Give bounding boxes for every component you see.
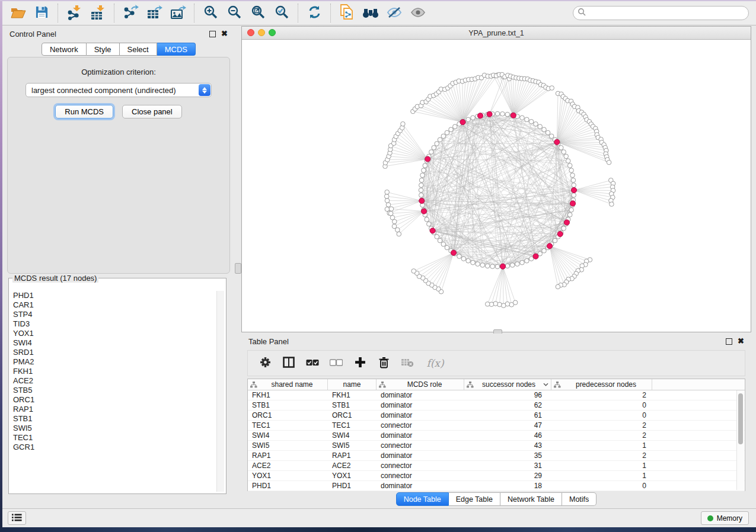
create-column-button[interactable]: [351, 354, 369, 372]
tab-node-table[interactable]: Node Table: [396, 492, 449, 506]
column-header-MCDS-role[interactable]: MCDS role: [377, 379, 464, 390]
close-panel-button[interactable]: Close panel: [122, 105, 182, 118]
cell-name: ORC1: [328, 411, 377, 419]
tab-motifs[interactable]: Motifs: [562, 492, 596, 506]
task-history-button[interactable]: [8, 511, 26, 525]
export-table-icon: [146, 5, 162, 22]
mcds-tab-content: Optimization criterion: largest connecte…: [7, 57, 230, 274]
mcds-result-item[interactable]: ORC1: [13, 395, 216, 405]
column-header-shared-name[interactable]: shared name: [248, 379, 328, 390]
table-scrollbar-thumb[interactable]: [738, 393, 743, 444]
hide-selected-button[interactable]: [382, 2, 406, 24]
export-image-button[interactable]: [166, 2, 190, 24]
checked-boxes-icon: [306, 359, 319, 368]
table-row[interactable]: YOX1YOX1connector291: [248, 471, 745, 481]
zoom-out-button[interactable]: [222, 2, 246, 24]
tab-mcds[interactable]: MCDS: [157, 43, 196, 56]
zoom-in-button[interactable]: [199, 2, 222, 24]
maximize-window-traffic-light[interactable]: [269, 29, 276, 36]
cell-successor-nodes: 35: [464, 451, 551, 460]
column-header-name[interactable]: name: [328, 379, 377, 390]
clone-network-button[interactable]: [335, 2, 359, 24]
zoom-fit-button[interactable]: [246, 2, 270, 24]
import-table-button[interactable]: [86, 2, 110, 24]
mcds-result-item[interactable]: GCR1: [13, 443, 216, 452]
zoom-selected-button[interactable]: [270, 2, 294, 24]
column-header-predecessor-nodes[interactable]: predecessor nodes: [551, 379, 652, 390]
table-row[interactable]: FKH1FKH1dominator962: [248, 390, 745, 400]
deselect-all-rows-button[interactable]: [327, 354, 345, 372]
cell-predecessor-nodes: 2: [551, 431, 652, 440]
close-panel-icon[interactable]: ✖: [221, 31, 228, 37]
first-neighbors-button[interactable]: [359, 2, 382, 24]
mcds-result-item[interactable]: STP4: [13, 310, 216, 319]
mcds-result-item[interactable]: YOX1: [13, 329, 216, 338]
mcds-result-item[interactable]: TEC1: [13, 433, 216, 443]
mcds-result-item[interactable]: SWI4: [13, 338, 216, 348]
column-header-successor-nodes[interactable]: successor nodes: [464, 379, 551, 390]
table-row[interactable]: SWI4SWI4dominator462: [248, 431, 745, 441]
minimize-window-traffic-light[interactable]: [258, 29, 265, 36]
tab-network-table[interactable]: Network Table: [500, 492, 562, 506]
network-window-titlebar[interactable]: YPA_prune.txt_1: [242, 27, 751, 40]
search-input[interactable]: [586, 8, 748, 18]
floppy-disk-icon: [35, 5, 49, 21]
delete-table-button-disabled: [398, 354, 416, 372]
table-row[interactable]: TEC1TEC1connector472: [248, 421, 745, 431]
table-row[interactable]: STB1STB1dominator620: [248, 400, 745, 411]
float-table-panel-icon[interactable]: [726, 338, 732, 345]
mcds-result-groupbox: MCDS result (17 nodes) PHD1CAR1STP4TID3Y…: [8, 274, 227, 494]
mcds-result-item[interactable]: ACE2: [13, 376, 216, 386]
memory-status-button[interactable]: Memory: [701, 511, 749, 525]
delete-column-button[interactable]: [375, 354, 393, 372]
delete-table-icon: [401, 358, 414, 369]
import-network-button[interactable]: [62, 2, 86, 24]
tab-style[interactable]: Style: [87, 43, 120, 56]
mcds-result-item[interactable]: STB5: [13, 386, 216, 395]
optimization-criterion-select[interactable]: largest connected component (undirected): [25, 83, 212, 97]
show-column-panel-button[interactable]: [280, 354, 298, 372]
export-network-button[interactable]: [119, 2, 142, 24]
open-folder-icon: [10, 6, 26, 21]
tab-select[interactable]: Select: [120, 43, 157, 56]
table-row[interactable]: ORC1ORC1dominator610: [248, 411, 745, 421]
table-row[interactable]: SWI5SWI5connector431: [248, 441, 745, 451]
cell-predecessor-nodes: 2: [551, 421, 652, 430]
show-all-button[interactable]: [406, 2, 430, 24]
mcds-result-item[interactable]: SWI5: [13, 424, 216, 433]
table-row[interactable]: RAP1RAP1dominator352: [248, 451, 745, 461]
table-panel-titlebar: Table Panel ✖: [241, 334, 751, 349]
mcds-result-item[interactable]: FKH1: [13, 367, 216, 376]
close-table-panel-icon[interactable]: ✖: [738, 338, 744, 344]
toolbar-separator: [114, 4, 114, 23]
tab-edge-table[interactable]: Edge Table: [449, 492, 500, 506]
network-graph[interactable]: [242, 39, 751, 332]
mcds-result-item[interactable]: RAP1: [13, 405, 216, 414]
table-row[interactable]: ACE2ACE2connector311: [248, 461, 745, 471]
select-all-rows-button[interactable]: [304, 354, 321, 372]
vertical-splitter-handle[interactable]: [235, 263, 241, 274]
table-settings-button[interactable]: [256, 354, 274, 372]
mcds-result-item[interactable]: STB1: [13, 414, 216, 424]
mcds-result-item[interactable]: SRD1: [13, 348, 216, 357]
network-search-box[interactable]: [573, 6, 749, 20]
mcds-result-list[interactable]: PHD1CAR1STP4TID3YOX1SWI4SRD1PMA2FKH1ACE2…: [11, 291, 216, 492]
optimization-criterion-label: Optimization criterion:: [8, 68, 229, 76]
save-session-button[interactable]: [30, 2, 53, 24]
table-panel: Table Panel ✖: [241, 334, 751, 507]
network-canvas[interactable]: [242, 39, 751, 332]
mcds-result-item[interactable]: PMA2: [13, 357, 216, 367]
close-window-traffic-light[interactable]: [247, 29, 254, 36]
export-table-button[interactable]: [142, 2, 166, 24]
float-panel-icon[interactable]: [209, 31, 216, 37]
mcds-result-item[interactable]: PHD1: [13, 291, 216, 300]
table-scrollbar[interactable]: [736, 390, 744, 490]
table-row[interactable]: PHD1PHD1dominator180: [248, 481, 745, 491]
mcds-list-scrollbar[interactable]: [216, 291, 224, 492]
run-mcds-button[interactable]: Run MCDS: [55, 105, 113, 118]
mcds-result-item[interactable]: TID3: [13, 319, 216, 329]
open-session-button[interactable]: [6, 2, 30, 24]
tab-network[interactable]: Network: [42, 43, 87, 56]
mcds-result-item[interactable]: CAR1: [13, 300, 216, 310]
refresh-view-button[interactable]: [302, 2, 326, 24]
